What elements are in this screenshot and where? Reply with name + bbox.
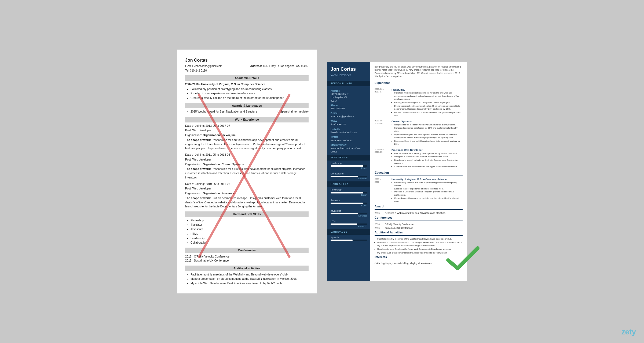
hard-skill-bar-bg-1 [331,192,367,193]
edu-bullets-1: Followed my passion in a core of prototy… [394,181,463,203]
resume-sidebar: Jon Cortas Web Developer Personal Info A… [327,62,370,281]
right-name: Jon Cortas [331,66,367,72]
org-name-3: Organization: Freelance [203,192,235,195]
work-date-3: Date of Joining: 2010-06 to 2011-05 [185,182,309,186]
twitter-right: twitter.com/JonCortas [331,139,367,142]
exp-entry-3: 2010-06 -2011-05 Freelance Web Developer… [375,148,463,169]
resume-right: Jon Cortas Web Developer Personal Info A… [327,62,467,281]
conf-header: Conferences [185,248,309,253]
work-post-3: Post: Web developer [185,187,309,191]
soft-skill-level-2: Advanced [331,177,367,180]
so-right: stackoverflow.com/users/Jon-Cortas [331,147,367,153]
work-date-2: Date of Joining: 2011-05 to 2013-06 [185,153,309,157]
hard-skill-level-4: Advanced [331,225,367,228]
skills-header: Hard and Soft Skills [185,211,309,217]
right-title: Web Developer [331,73,367,77]
academic-header: Academic Details [185,75,309,81]
soft-skill-1: Leadership Expert [327,161,370,171]
lang-list: Spanish (intermediate) [280,110,309,114]
conf-title: Conferences [375,216,463,221]
exp-b1-2: Prototyped an average of 25 new product … [394,101,463,104]
act-3: My article Web Development Best Practice… [191,281,309,286]
exp-dates-1: 2013-06 -2017-07 [375,88,389,118]
linkedin-label-right: LinkedIn [331,128,367,131]
left-phone-row: Tel: 310-242-0196 [185,69,309,73]
lang-block-1: Spanish [327,235,370,242]
scope-label-2: The scope of work: [185,167,211,170]
lang-bar-fill-1 [331,240,353,241]
award-text: Received a Webby Award for Best Navigati… [385,211,446,215]
edu-b3: Pursued a Generalist Scholars Program gr… [394,190,463,196]
resume-left: Jon Cortas E-Mail: Johncortas@gmail.com … [177,50,317,293]
awards-list: 2015 Webby Award for Best Navigation and… [191,110,257,114]
activities-header: Additonal activities [185,266,309,271]
skill-2: Illustrator [191,223,309,227]
soft-skill-2: Collaboration Advanced [327,171,370,181]
conf-name-1: O'Reilly Velocity Conference [385,223,414,226]
act-r3: Regular attendee, Southern California We… [377,248,463,251]
email-label-right: E-mail [331,111,367,115]
exp-b2-1: Responsible for full stack web developme… [394,123,463,126]
exp-content-2: Corend Systems Responsible for full stac… [391,120,463,146]
work-org-2: Organization: Organization: Corend Syste… [185,162,309,167]
address-val: 1417 Libby St Los Angeles, CA, 90017 [263,65,309,68]
exp-b3-3: Developed a launch website for the Indie… [394,159,463,165]
edu-dates-1: 2007 -2010 [375,178,389,203]
hard-skill-bar-bg-2 [331,203,367,204]
scope-label-3: The scope of work: [185,196,211,200]
work-scope-3: The scope of work: Built an ecommerce we… [185,196,309,209]
org-name-1: Organization: Flexor, Inc. [203,133,236,137]
work-scope-1: The scope of work: Responsible for end-t… [185,138,309,151]
so-label-right: StackOverflow [331,143,367,147]
left-contact: E-Mail: Johncortas@gmail.com Address: 14… [185,64,309,68]
awards-row: 2015 Webby Award for Best Navigation and… [185,110,309,114]
exp-bullets-1: Full stack web developer responsible for… [394,91,463,117]
hard-skill-bar-fill-2 [331,203,363,204]
work-org-1: Organization: Organization: Flexor, Inc. [185,133,309,137]
exp-entry-1: 2013-06 -2017-07 Flexor, Inc. Full stack… [375,88,463,118]
exp-company-3: Freelance Web Developer [391,148,463,152]
work-post-2: Post: Web developer [185,158,309,162]
languages-label: Languages [327,229,370,235]
email-right: JonCortas@gmail.com [331,115,367,118]
skill-3: Javascript [191,227,309,232]
exp-content-3: Freelance Web Developer Built an ecommer… [391,148,463,169]
personal-info-block: Address 1417 Libby StreetLos Angeles, CA… [327,86,370,155]
conf-entry-2: 2015 Sustainable UX Conference [375,226,463,230]
exp-b3-2: Designed a customer web form for a local… [394,155,463,158]
skill-1: Photoshop [191,218,309,223]
edu-title: Education [375,171,463,176]
edu-b4: Created a weekly column on the future of… [394,197,463,203]
soft-skill-bar-bg-1 [331,165,367,167]
lang-bar-bg-1 [331,240,367,241]
hard-skill-bar-bg-4 [331,223,367,225]
hard-skill-level-1: Expert [331,194,367,197]
activities-list-right: Facilitate monthly meetings of the Webfi… [377,237,463,255]
exp-b3-1: Built an ecommerce webapp to sell potty … [394,152,463,155]
exp-b1-4: Boosted user experience scores by 55% ov… [394,111,463,117]
exp-b2-2: Increased customer satisfaction by 35% a… [394,126,463,133]
soft-skill-name-2: Collaboration [331,172,367,175]
personal-info-label: Personal Info [327,81,370,86]
conf-2: 2015 - Sustainable UX Conference [185,259,309,263]
academic-heading: 2007-2010 - University of Virginia, M.S.… [185,83,265,86]
hard-skill-name-4: HTML [331,220,367,223]
exp-b1-3: Drove best practice implementation for 2… [394,105,463,111]
soft-skill-bar-fill-1 [331,165,363,167]
award-title: Award [375,204,463,210]
exp-b2-3: Implemented Agile/Lean development proce… [394,133,463,139]
hard-skill-1: Photoshop Expert [327,187,370,197]
academic-bullet-2: Excelled in user experience and user int… [191,91,309,96]
conf-year-2: 2015 [375,226,383,230]
hard-skill-name-3: Javascript [331,209,367,212]
edu-b2: Excelled in user experience and user int… [394,187,463,191]
activities-title: Additional Activities [375,230,463,236]
exp-b3-4: Created a website and donations webapp f… [394,165,463,168]
twitter-label-right: Twitter [331,135,367,139]
left-address: Address: 1417 Libby St Los Angeles, CA, … [250,64,309,68]
hard-skills-label: Hard Skills [327,181,370,187]
sidebar-header: Jon Cortas Web Developer [327,62,370,81]
award-entry: 2015 Received a Webby Award for Best Nav… [375,211,463,215]
hard-skill-4: HTML Advanced [327,219,370,229]
conf-name-2: Sustainable UX Conference [385,226,413,230]
